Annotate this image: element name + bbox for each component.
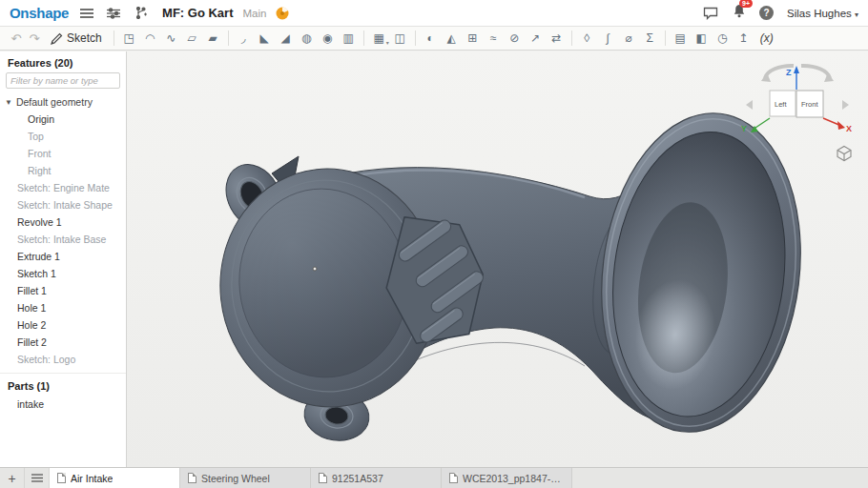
doc-tab-air-intake[interactable]: Air Intake (50, 468, 180, 488)
default-geometry-group[interactable]: ▼ Default geometry (0, 93, 126, 111)
main-menu-icon[interactable] (78, 5, 95, 22)
sweep-icon[interactable]: ∿ (161, 29, 181, 48)
feature-item[interactable]: Front (0, 145, 126, 162)
tab-manager-icon[interactable] (25, 468, 50, 488)
versions-history-icon[interactable] (132, 5, 149, 22)
feature-item[interactable]: Fillet 2 (0, 334, 126, 351)
doc-tab-wce2013-pp1847-1851[interactable]: WCE2013_pp1847-1851... (442, 468, 572, 488)
plane-icon[interactable]: ◊ (577, 29, 597, 48)
feature-item[interactable]: Right (0, 162, 126, 179)
top-bar: Onshape MF: Go Kart Main 9+ ? Silas Hugh… (0, 0, 868, 27)
pencil-icon (51, 32, 63, 45)
mirror-icon[interactable]: ◫ (390, 29, 410, 48)
redo-button[interactable]: ↷ (26, 31, 43, 46)
feature-filter-input[interactable] (6, 72, 120, 89)
tab-document-icon (449, 473, 458, 483)
mass-properties-icon[interactable]: Σ (640, 29, 660, 48)
linear-pattern-icon[interactable]: ▦▾ (369, 29, 389, 48)
notifications-bell[interactable]: 9+ (733, 4, 746, 22)
user-menu[interactable]: Silas Hughes ▾ (787, 8, 858, 19)
doc-tab-91251a537[interactable]: 91251A537 (311, 468, 442, 488)
boolean-icon[interactable]: ◐ (421, 29, 441, 48)
named-views-icon[interactable]: ▤ (671, 29, 691, 48)
feature-toolbar: ↶ ↷ Sketch ◳◠∿▱▰◞◣◢◍◉▥▦▾◫◐◭⊞≈⊘↗⇄◊∫⌀Σ▤◧◷↥… (0, 27, 868, 51)
onshape-app: Onshape MF: Go Kart Main 9+ ? Silas Hugh… (0, 0, 868, 488)
vertex-point (313, 267, 317, 271)
features-header: Features (20) (0, 51, 126, 72)
feature-item[interactable]: Extrude 1 (0, 248, 126, 265)
toolbar-separator (363, 30, 364, 46)
extrude-icon[interactable]: ◳ (119, 29, 139, 48)
isometric-view-icon[interactable] (836, 145, 853, 162)
sketch-label: Sketch (67, 31, 102, 45)
sketch-button[interactable]: Sketch (44, 31, 109, 45)
chevron-down-icon[interactable]: ▼ (5, 98, 12, 107)
parts-header: Parts (1) (0, 373, 126, 396)
split-icon[interactable]: ◭ (442, 29, 462, 48)
tab-document-icon (188, 473, 196, 483)
feature-list: OriginTopFrontRightSketch: Engine MateSk… (0, 111, 126, 368)
feature-item[interactable]: Sketch 1 (0, 265, 126, 282)
left-face-label: Left (775, 100, 787, 109)
comments-icon[interactable] (702, 5, 719, 22)
undo-button[interactable]: ↶ (8, 31, 25, 46)
feature-item[interactable]: Hole 2 (0, 316, 126, 334)
bottom-tab-bar: + Air IntakeSteering Wheel91251A537WCE20… (0, 467, 868, 488)
feature-item[interactable]: Origin (0, 111, 126, 128)
curve-icon[interactable]: ∫ (598, 29, 618, 48)
doc-tab-steering-wheel[interactable]: Steering Wheel (180, 468, 311, 488)
hole-icon[interactable]: ◉ (318, 29, 338, 48)
variables-button[interactable]: (x) (754, 31, 779, 45)
loft-icon[interactable]: ▱ (182, 29, 202, 48)
notification-badge: 9+ (739, 0, 753, 8)
user-name: Silas Hughes (787, 8, 852, 19)
feature-item[interactable]: Top (0, 128, 126, 145)
display-options-icon[interactable]: ◧ (692, 29, 712, 48)
pan-left-arrow (746, 100, 753, 110)
chamfer-icon[interactable]: ◣ (255, 29, 275, 48)
history-icon[interactable]: ◷ (713, 29, 733, 48)
feature-item[interactable]: Hole 1 (0, 299, 126, 316)
offset-surface-icon[interactable]: ≈ (484, 29, 504, 48)
rib-icon[interactable]: ▥ (339, 29, 359, 48)
part-item[interactable]: intake (0, 396, 126, 413)
toolbar-separator (415, 30, 416, 46)
tab-document-icon (319, 473, 327, 483)
add-tab-button[interactable]: + (0, 468, 25, 488)
thicken-icon[interactable]: ▰ (203, 29, 223, 48)
workspace-name[interactable]: Main (242, 8, 266, 19)
replace-face-icon[interactable]: ⇄ (547, 29, 567, 48)
help-icon[interactable]: ? (759, 6, 774, 20)
feature-item[interactable]: Fillet 1 (0, 282, 126, 299)
parts-list: intake (0, 396, 126, 413)
sync-status-icon[interactable] (276, 7, 289, 20)
draft-icon[interactable]: ◢ (276, 29, 296, 48)
tab-label: Air Intake (71, 473, 113, 484)
toolbar-separator (571, 30, 572, 46)
export-icon[interactable]: ↥ (734, 29, 754, 48)
view-cube[interactable]: Z Left Front Y X (738, 59, 857, 143)
delete-face-icon[interactable]: ⊘ (505, 29, 525, 48)
move-face-icon[interactable]: ↗ (526, 29, 546, 48)
axis-x-label: X (846, 124, 852, 133)
feature-item[interactable]: Sketch: Engine Mate (0, 179, 126, 196)
shell-icon[interactable]: ◍ (297, 29, 317, 48)
onshape-logo[interactable]: Onshape (10, 5, 69, 21)
tab-label: WCE2013_pp1847-1851... (463, 473, 564, 484)
front-face-label: Front (801, 100, 818, 109)
tab-label: Steering Wheel (201, 473, 270, 484)
feature-item[interactable]: Sketch: Intake Shape (0, 196, 126, 214)
elements-panel-icon[interactable] (105, 5, 122, 22)
transform-icon[interactable]: ⊞ (463, 29, 483, 48)
revolve-icon[interactable]: ◠ (140, 29, 160, 48)
document-title[interactable]: MF: Go Kart (162, 6, 233, 20)
default-geometry-label: Default geometry (16, 96, 93, 108)
feature-item[interactable]: Revolve 1 (0, 214, 126, 231)
pan-right-arrow (842, 100, 849, 110)
canvas-3d[interactable]: Z Left Front Y X (127, 51, 868, 467)
chevron-down-icon[interactable]: ▾ (386, 39, 389, 46)
feature-item[interactable]: Sketch: Intake Base (0, 231, 126, 248)
measure-icon[interactable]: ⌀ (619, 29, 639, 48)
fillet-icon[interactable]: ◞ (234, 29, 254, 48)
feature-item[interactable]: Sketch: Logo (0, 351, 126, 368)
